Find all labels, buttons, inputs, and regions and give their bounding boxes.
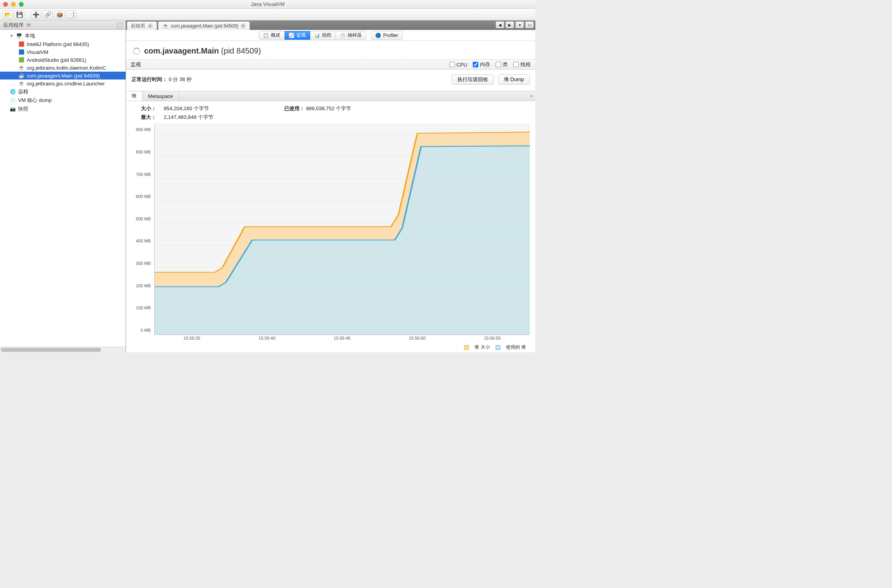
zoom-window-button[interactable] [19, 2, 24, 7]
page-title: com.javaagent.Main (pid 84509) [144, 46, 261, 55]
chart-y-axis: 0 MB100 MB200 MB300 MB400 MB500 MB600 MB… [128, 123, 153, 335]
main-toolbar: 📂 💾 ➕ 🔗 📦 📑 [0, 9, 535, 20]
applications-tree: ▼ 🖥️ 本地 🟥 IntelliJ Platform (pid 66435) … [0, 30, 126, 347]
tree-label: AndroidStudio (pid 82661) [27, 57, 86, 63]
overview-icon: 📋 [263, 33, 269, 38]
subtab-profiler[interactable]: 🔵 Profiler [371, 31, 402, 40]
androidstudio-icon: 🟩 [18, 57, 24, 63]
profiler-icon: 🔵 [375, 33, 381, 38]
subtab-label: 抽样器 [348, 32, 362, 39]
add-coredump-button[interactable]: 📦 [54, 10, 65, 19]
tree-process-item[interactable]: 🟦 VisualVM [0, 48, 126, 56]
heap-stats: 大小：954,204,160 个字节 最大：2,147,483,648 个字节 … [126, 101, 535, 123]
loading-spinner-icon [133, 48, 140, 55]
coredump-icon: 📄 [9, 97, 16, 104]
tree-process-item[interactable]: 🟩 AndroidStudio (pid 82661) [0, 56, 126, 64]
tab-maximize-button[interactable]: ▭ [525, 21, 534, 28]
size-label: 大小： [141, 105, 164, 112]
add-snapshot-button[interactable]: 📑 [66, 10, 76, 19]
heap-tab-heap[interactable]: 堆 [126, 91, 142, 101]
subtab-overview[interactable]: 📋 概述 [259, 31, 285, 40]
tree-node-coredump[interactable]: 📄 VM 核心 dump [0, 96, 126, 105]
snapshot-icon: 📷 [9, 106, 16, 112]
tab-close-icon[interactable]: × [148, 23, 153, 28]
threads-icon: 📊 [314, 33, 320, 38]
sidebar-tab-label: 应用程序 [3, 22, 24, 29]
open-file-button[interactable]: 📂 [2, 10, 13, 19]
minimize-window-button[interactable] [11, 2, 16, 7]
heap-chart: 0 MB100 MB200 MB300 MB400 MB500 MB600 MB… [126, 123, 535, 352]
used-label: 已使用： [284, 105, 305, 111]
tree-process-item[interactable]: ☕ org.jetbrains.kotlin.daemon.KotlinC [0, 64, 126, 72]
sidebar: 应用程序 × ▼ 🖥️ 本地 🟥 IntelliJ Platform (pid … [0, 20, 126, 352]
tab-dropdown-button[interactable]: ▾ [515, 21, 524, 28]
sidebar-minimize-icon[interactable] [117, 22, 122, 28]
max-value: 2,147,483,648 个字节 [164, 114, 213, 120]
tree-label: 远程 [18, 88, 28, 95]
save-button[interactable]: 💾 [14, 10, 24, 19]
visualvm-icon: 🟦 [18, 49, 24, 55]
max-label: 最大： [141, 114, 164, 121]
uptime-value: 0 分 36 秒 [169, 76, 192, 82]
chart-plot-area [154, 123, 530, 335]
window-controls [3, 2, 24, 7]
monitor-icon: 📈 [289, 33, 294, 38]
perform-gc-button[interactable]: 执行垃圾回收 [452, 74, 494, 85]
tab-nav-prev-button[interactable]: ◀ [496, 21, 504, 28]
sidebar-scrollbar[interactable] [0, 347, 126, 352]
content-area: 起始页 × ☕ com.javaagent.Main (pid 84509) ×… [126, 20, 535, 352]
document-tabs: 起始页 × ☕ com.javaagent.Main (pid 84509) ×… [126, 20, 535, 30]
cpu-checkbox[interactable]: CPU [450, 62, 467, 68]
tree-process-item[interactable]: 🟥 IntelliJ Platform (pid 66435) [0, 40, 126, 48]
tree-node-local[interactable]: ▼ 🖥️ 本地 [0, 31, 126, 40]
subtab-label: 监视 [296, 32, 306, 39]
subtab-label: 概述 [271, 32, 280, 39]
remote-icon: 🌐 [9, 89, 16, 95]
tree-process-item[interactable]: ☕ org.jetbrains.jps.cmdline.Launcher [0, 80, 126, 87]
subtab-label: 线程 [322, 32, 331, 39]
heap-tabs: 堆 Metaspace × [126, 91, 535, 101]
runtime-row: 正常运行时间： 0 分 36 秒 执行垃圾回收 堆 Dump [126, 70, 535, 91]
chart-svg [155, 123, 530, 335]
tab-nav-next-button[interactable]: ▶ [505, 21, 514, 28]
sidebar-tab-close-icon[interactable]: × [26, 22, 31, 28]
titlebar: Java VisualVM [0, 0, 535, 9]
tree-label: com.javaagent.Main (pid 84509) [27, 73, 100, 79]
tree-process-item-selected[interactable]: ☕ com.javaagent.Main (pid 84509) [0, 72, 126, 80]
sampler-icon: ⏱️ [340, 33, 346, 38]
tab-application[interactable]: ☕ com.javaagent.Main (pid 84509) × [158, 21, 250, 30]
page-title-pid: (pid 84509) [219, 46, 261, 55]
tree-node-remote[interactable]: 🌐 远程 [0, 87, 126, 96]
threads-checkbox[interactable]: 线程 [513, 61, 531, 68]
size-value: 954,204,160 个字节 [164, 105, 209, 111]
view-subtabs: 📋 概述 📈 监视 📊 线程 ⏱️ 抽样器 🔵 Profiler [126, 30, 535, 41]
intellij-icon: 🟥 [18, 41, 24, 47]
subtab-threads[interactable]: 📊 线程 [310, 31, 336, 40]
chart-legend: 堆 大小使用的 堆 [464, 344, 526, 351]
tab-start-page[interactable]: 起始页 × [127, 21, 157, 30]
heap-tab-metaspace[interactable]: Metaspace [142, 91, 179, 101]
heap-dump-button[interactable]: 堆 Dump [498, 74, 530, 85]
add-jmx-button[interactable]: ➕ [31, 10, 41, 19]
page-title-main: com.javaagent.Main [144, 46, 219, 55]
uptime-label: 正常运行时间： [131, 76, 167, 82]
subtab-label: Profiler [383, 33, 398, 38]
memory-checkbox[interactable]: 内存 [473, 61, 490, 68]
window-title: Java VisualVM [0, 1, 535, 7]
subtab-sampler[interactable]: ⏱️ 抽样器 [336, 31, 366, 40]
tab-close-icon[interactable]: × [241, 23, 246, 28]
monitor-options-bar: 监视 CPU 内存 类 线程 [126, 59, 535, 70]
tree-label: org.jetbrains.jps.cmdline.Launcher [27, 81, 105, 87]
add-host-button[interactable]: 🔗 [43, 10, 53, 19]
close-window-button[interactable] [3, 2, 8, 7]
java-icon: ☕ [18, 72, 24, 79]
tab-label: 起始页 [131, 22, 145, 29]
page-header: com.javaagent.Main (pid 84509) [126, 41, 535, 59]
classes-checkbox[interactable]: 类 [496, 61, 508, 68]
java-icon: ☕ [18, 80, 24, 87]
heap-panel-close-icon[interactable]: × [530, 93, 533, 99]
tree-label: org.jetbrains.kotlin.daemon.KotlinC [27, 65, 106, 71]
tree-label: VisualVM [27, 49, 48, 55]
subtab-monitor[interactable]: 📈 监视 [285, 31, 310, 40]
tree-node-snapshot[interactable]: 📷 快照 [0, 105, 126, 113]
